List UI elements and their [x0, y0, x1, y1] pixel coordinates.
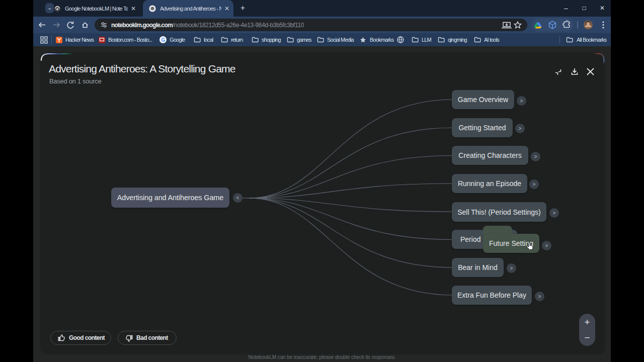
svg-text:G: G [162, 37, 166, 43]
